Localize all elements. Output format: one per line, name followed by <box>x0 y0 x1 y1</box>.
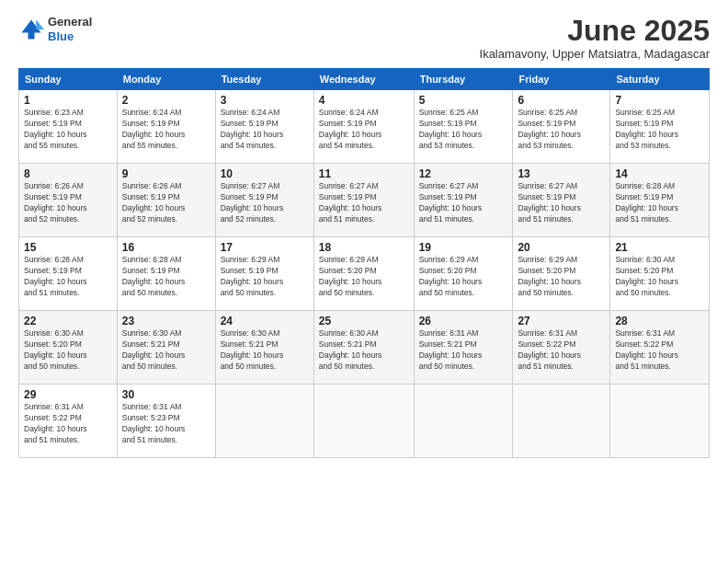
calendar-cell <box>215 385 313 458</box>
day-info: Sunrise: 6:28 AMSunset: 5:19 PMDaylight:… <box>24 255 112 299</box>
calendar-cell: 21Sunrise: 6:30 AMSunset: 5:20 PMDayligh… <box>610 237 710 311</box>
day-number: 6 <box>518 94 605 107</box>
day-info: Sunrise: 6:31 AMSunset: 5:22 PMDaylight:… <box>518 328 605 373</box>
logo-blue: Blue <box>48 29 92 44</box>
day-info: Sunrise: 6:24 AMSunset: 5:19 PMDaylight:… <box>319 108 409 152</box>
day-number: 26 <box>419 315 508 327</box>
calendar-week-3: 15Sunrise: 6:28 AMSunset: 5:19 PMDayligh… <box>19 237 710 311</box>
calendar-cell: 6Sunrise: 6:25 AMSunset: 5:19 PMDaylight… <box>513 90 610 164</box>
day-number: 10 <box>221 167 309 180</box>
day-info: Sunrise: 6:24 AMSunset: 5:19 PMDaylight:… <box>221 108 309 152</box>
day-number: 3 <box>221 94 309 107</box>
calendar-cell: 13Sunrise: 6:27 AMSunset: 5:19 PMDayligh… <box>513 164 610 237</box>
day-number: 21 <box>615 241 704 254</box>
day-number: 2 <box>122 94 210 107</box>
calendar-cell <box>610 385 710 458</box>
calendar-cell: 17Sunrise: 6:29 AMSunset: 5:19 PMDayligh… <box>215 237 313 311</box>
calendar-cell: 2Sunrise: 6:24 AMSunset: 5:19 PMDaylight… <box>117 90 215 164</box>
title-block: June 2025 Ikalamavony, Upper Matsiatra, … <box>480 15 710 61</box>
day-info: Sunrise: 6:28 AMSunset: 5:19 PMDaylight:… <box>122 255 210 299</box>
day-info: Sunrise: 6:31 AMSunset: 5:22 PMDaylight:… <box>24 402 112 446</box>
day-info: Sunrise: 6:31 AMSunset: 5:23 PMDaylight:… <box>122 402 210 446</box>
calendar-page: General Blue June 2025 Ikalamavony, Uppe… <box>0 0 728 563</box>
calendar-table: Sunday Monday Tuesday Wednesday Thursday… <box>18 68 710 458</box>
day-number: 29 <box>24 388 112 401</box>
day-info: Sunrise: 6:30 AMSunset: 5:21 PMDaylight:… <box>122 328 210 373</box>
calendar-cell: 20Sunrise: 6:29 AMSunset: 5:20 PMDayligh… <box>513 237 610 311</box>
logo-icon <box>18 17 44 42</box>
calendar-cell: 23Sunrise: 6:30 AMSunset: 5:21 PMDayligh… <box>117 311 215 385</box>
day-number: 16 <box>122 241 210 254</box>
day-info: Sunrise: 6:27 AMSunset: 5:19 PMDaylight:… <box>518 181 605 225</box>
logo-text: General Blue <box>48 15 92 43</box>
header-friday: Friday <box>513 69 610 90</box>
header-monday: Monday <box>117 69 215 90</box>
day-number: 8 <box>24 167 112 180</box>
calendar-week-2: 8Sunrise: 6:26 AMSunset: 5:19 PMDaylight… <box>19 164 710 237</box>
logo-general: General <box>48 15 92 29</box>
calendar-cell: 24Sunrise: 6:30 AMSunset: 5:21 PMDayligh… <box>215 311 313 385</box>
header-sunday: Sunday <box>19 69 118 90</box>
day-number: 15 <box>24 241 112 254</box>
day-info: Sunrise: 6:24 AMSunset: 5:19 PMDaylight:… <box>122 108 210 152</box>
day-number: 18 <box>319 241 409 254</box>
calendar-cell: 11Sunrise: 6:27 AMSunset: 5:19 PMDayligh… <box>313 164 414 237</box>
day-info: Sunrise: 6:25 AMSunset: 5:19 PMDaylight:… <box>615 108 704 152</box>
day-number: 7 <box>615 94 704 107</box>
calendar-cell: 19Sunrise: 6:29 AMSunset: 5:20 PMDayligh… <box>414 237 513 311</box>
calendar-cell: 3Sunrise: 6:24 AMSunset: 5:19 PMDaylight… <box>215 90 313 164</box>
day-info: Sunrise: 6:28 AMSunset: 5:19 PMDaylight:… <box>615 181 704 225</box>
location-subtitle: Ikalamavony, Upper Matsiatra, Madagascar <box>480 47 710 61</box>
day-number: 20 <box>518 241 605 254</box>
day-info: Sunrise: 6:29 AMSunset: 5:20 PMDaylight:… <box>419 255 508 299</box>
day-number: 22 <box>24 315 112 327</box>
header-thursday: Thursday <box>414 69 513 90</box>
day-info: Sunrise: 6:27 AMSunset: 5:19 PMDaylight:… <box>419 181 508 225</box>
day-info: Sunrise: 6:23 AMSunset: 5:19 PMDaylight:… <box>24 108 112 152</box>
calendar-cell: 4Sunrise: 6:24 AMSunset: 5:19 PMDaylight… <box>313 90 414 164</box>
day-number: 1 <box>24 94 112 107</box>
day-info: Sunrise: 6:26 AMSunset: 5:19 PMDaylight:… <box>122 181 210 225</box>
day-number: 4 <box>319 94 409 107</box>
day-info: Sunrise: 6:25 AMSunset: 5:19 PMDaylight:… <box>419 108 508 152</box>
calendar-header: Sunday Monday Tuesday Wednesday Thursday… <box>19 69 710 90</box>
calendar-cell: 5Sunrise: 6:25 AMSunset: 5:19 PMDaylight… <box>414 90 513 164</box>
calendar-cell: 29Sunrise: 6:31 AMSunset: 5:22 PMDayligh… <box>19 385 118 458</box>
day-number: 5 <box>419 94 508 107</box>
day-number: 13 <box>518 167 605 180</box>
calendar-cell <box>313 385 414 458</box>
day-number: 14 <box>615 167 704 180</box>
calendar-week-5: 29Sunrise: 6:31 AMSunset: 5:22 PMDayligh… <box>19 385 710 458</box>
header-saturday: Saturday <box>610 69 710 90</box>
day-info: Sunrise: 6:31 AMSunset: 5:21 PMDaylight:… <box>419 328 508 373</box>
calendar-cell: 25Sunrise: 6:30 AMSunset: 5:21 PMDayligh… <box>313 311 414 385</box>
day-number: 17 <box>221 241 309 254</box>
day-number: 30 <box>122 388 210 401</box>
day-info: Sunrise: 6:30 AMSunset: 5:20 PMDaylight:… <box>24 328 112 373</box>
day-number: 9 <box>122 167 210 180</box>
calendar-cell: 12Sunrise: 6:27 AMSunset: 5:19 PMDayligh… <box>414 164 513 237</box>
calendar-cell: 15Sunrise: 6:28 AMSunset: 5:19 PMDayligh… <box>19 237 118 311</box>
header: General Blue June 2025 Ikalamavony, Uppe… <box>18 15 710 61</box>
calendar-cell: 7Sunrise: 6:25 AMSunset: 5:19 PMDaylight… <box>610 90 710 164</box>
day-number: 28 <box>615 315 704 327</box>
day-info: Sunrise: 6:27 AMSunset: 5:19 PMDaylight:… <box>319 181 409 225</box>
calendar-week-1: 1Sunrise: 6:23 AMSunset: 5:19 PMDaylight… <box>19 90 710 164</box>
day-info: Sunrise: 6:30 AMSunset: 5:20 PMDaylight:… <box>615 255 704 299</box>
calendar-cell: 22Sunrise: 6:30 AMSunset: 5:20 PMDayligh… <box>19 311 118 385</box>
calendar-body: 1Sunrise: 6:23 AMSunset: 5:19 PMDaylight… <box>19 90 710 458</box>
day-info: Sunrise: 6:25 AMSunset: 5:19 PMDaylight:… <box>518 108 605 152</box>
day-info: Sunrise: 6:26 AMSunset: 5:19 PMDaylight:… <box>24 181 112 225</box>
calendar-week-4: 22Sunrise: 6:30 AMSunset: 5:20 PMDayligh… <box>19 311 710 385</box>
calendar-cell: 1Sunrise: 6:23 AMSunset: 5:19 PMDaylight… <box>19 90 118 164</box>
header-wednesday: Wednesday <box>313 69 414 90</box>
day-number: 19 <box>419 241 508 254</box>
calendar-cell: 30Sunrise: 6:31 AMSunset: 5:23 PMDayligh… <box>117 385 215 458</box>
day-info: Sunrise: 6:30 AMSunset: 5:21 PMDaylight:… <box>319 328 409 373</box>
calendar-cell: 8Sunrise: 6:26 AMSunset: 5:19 PMDaylight… <box>19 164 118 237</box>
calendar-cell <box>414 385 513 458</box>
header-tuesday: Tuesday <box>215 69 313 90</box>
day-info: Sunrise: 6:29 AMSunset: 5:19 PMDaylight:… <box>221 255 309 299</box>
calendar-cell: 27Sunrise: 6:31 AMSunset: 5:22 PMDayligh… <box>513 311 610 385</box>
day-number: 27 <box>518 315 605 327</box>
